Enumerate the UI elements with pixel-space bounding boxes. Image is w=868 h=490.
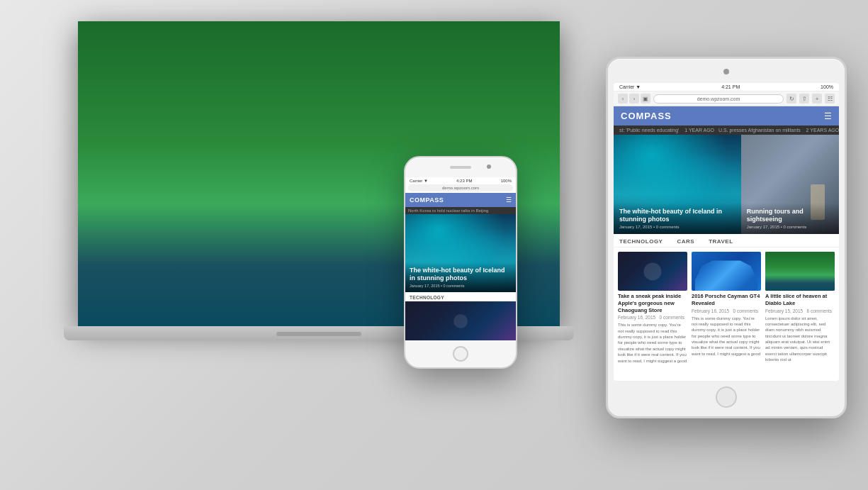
tablet-logo: COMPASS	[621, 111, 672, 121]
tablet-card-cars-meta: February 16, 2015 0 comments	[692, 308, 761, 313]
phone-nav: COMPASS ☰	[405, 193, 516, 207]
tablet-card-travel-comments: 6 comments	[807, 308, 832, 313]
browser-tabs[interactable]: ☷	[825, 94, 835, 104]
tablet-screen: Carrier ▼ 4:21 PM 100% ‹ › ▣ demo.wpzoom…	[614, 83, 839, 381]
tablet-nav: COMPASS ☰	[614, 106, 839, 126]
tablet-breaking-text: st: 'Public needs educating' 1 YEAR AGO …	[619, 128, 839, 133]
tablet-cards: Take a sneak peak inside Apple's gorgeou…	[614, 247, 839, 368]
phone-category: TECHNOLOGY	[405, 292, 516, 301]
tablet-card-travel-date: February 15, 2015	[765, 308, 803, 313]
tablet-hero-main-overlay: The white-hot beauty of Iceland in stunn…	[614, 203, 741, 235]
phone-url-bar[interactable]: demo.wpzoom.com	[408, 184, 513, 191]
tablet-browser-bar: ‹ › ▣ demo.wpzoom.com ↻ ⇧ + ☷	[614, 91, 839, 106]
tablet-hero-side-meta: January 17, 2015 • 0 comments	[747, 225, 833, 229]
tablet-mockup: Carrier ▼ 4:21 PM 100% ‹ › ▣ demo.wpzoom…	[606, 57, 847, 418]
phone-breaking: North Korea to hold nuclear talks in Bei…	[405, 207, 516, 214]
tablet-camera	[723, 69, 729, 74]
phone-home-button[interactable]	[453, 346, 468, 362]
tablet-card-tech-image	[618, 252, 687, 291]
phone-menu-icon[interactable]: ☰	[506, 196, 512, 204]
tablet-categories: TECHNOLOGY CARS TRAVEL	[614, 234, 839, 247]
tablet-card-travel: A little slice of heaven at Diablo Lake …	[765, 252, 835, 364]
phone-logo: COMPASS	[410, 196, 444, 204]
laptop-notch	[276, 332, 361, 336]
tablet-hero-main-meta: January 17, 2015 • 0 comments	[619, 225, 735, 229]
phone-hero-meta: January 17, 2015 • 0 comments	[410, 284, 512, 288]
tablet-card-cars-text: This is some dummy copy. You're not real…	[692, 316, 761, 357]
tablet-cat-cars: CARS	[677, 238, 694, 245]
phone-speaker	[450, 166, 471, 169]
browser-refresh[interactable]: ↻	[787, 94, 796, 104]
tablet-breaking: st: 'Public needs educating' 1 YEAR AGO …	[614, 126, 839, 135]
tablet-home-button[interactable]	[716, 386, 737, 408]
tablet-url[interactable]: demo.wpzoom.com	[653, 94, 784, 104]
phone-mockup: Carrier ▼ 4:23 PM 100% demo.wpzoom.com C…	[404, 156, 517, 369]
phone-screen: Carrier ▼ 4:23 PM 100% demo.wpzoom.com C…	[405, 177, 516, 340]
phone-url: demo.wpzoom.com	[442, 186, 479, 190]
tablet-body: Carrier ▼ 4:21 PM 100% ‹ › ▣ demo.wpzoom…	[606, 57, 847, 418]
tablet-card-tech-title: Take a sneak peak inside Apple's gorgeou…	[618, 293, 687, 313]
tablet-card-cars-image	[692, 252, 761, 291]
tablet-menu-icon[interactable]: ☰	[824, 111, 832, 121]
phone-breaking-text: North Korea to hold nuclear talks in Bei…	[408, 208, 488, 213]
tablet-card-tech-comments: 0 comments	[660, 315, 684, 320]
tablet-hero-main: The white-hot beauty of Iceland in stunn…	[614, 135, 741, 234]
tablet-hero: The white-hot beauty of Iceland in stunn…	[614, 135, 839, 234]
tablet-card-travel-image	[765, 252, 835, 291]
phone-status-bar: Carrier ▼ 4:23 PM 100%	[405, 177, 516, 184]
browser-forward[interactable]: ›	[629, 94, 639, 104]
tablet-carrier: Carrier ▼	[619, 84, 641, 89]
tablet-card-tech-text: This is some dummy copy. You're not real…	[618, 322, 687, 364]
tablet-card-travel-meta: February 15, 2015 6 comments	[765, 308, 835, 313]
tablet-card-tech-date: February 16, 2015	[618, 315, 655, 320]
phone-hero-overlay: The white-hot beauty of Iceland in stunn…	[405, 262, 516, 292]
browser-add[interactable]: +	[812, 94, 822, 104]
tablet-hero-side-title: Running tours and sightseeing	[747, 208, 833, 224]
tablet-card-travel-text: Lorem ipsum dolor sit amet, consectetuer…	[765, 316, 835, 363]
tablet-time: 4:21 PM	[721, 84, 740, 89]
tablet-card-cars-title: 2016 Porsche Cayman GT4 Revealed	[692, 293, 761, 307]
phone-body: Carrier ▼ 4:23 PM 100% demo.wpzoom.com C…	[404, 156, 517, 369]
tablet-hero-main-title: The white-hot beauty of Iceland in stunn…	[619, 208, 735, 224]
phone-carrier: Carrier ▼	[410, 179, 428, 183]
phone-time: 4:23 PM	[456, 179, 472, 183]
tablet-battery: 100%	[821, 84, 833, 89]
browser-back[interactable]: ‹	[618, 94, 628, 104]
tablet-browser-nav: ‹ › ▣	[618, 94, 650, 104]
tablet-card-cars-comments: 0 comments	[733, 308, 758, 313]
tablet-card-travel-title: A little slice of heaven at Diablo Lake	[765, 293, 835, 307]
browser-share[interactable]: ⇧	[799, 94, 809, 104]
tablet-card-tech-meta: February 16, 2015 0 comments	[618, 315, 687, 320]
tablet-cat-travel: TRAVEL	[709, 238, 733, 245]
phone-hero-title: The white-hot beauty of Iceland in stunn…	[410, 267, 512, 282]
phone-camera	[487, 165, 491, 169]
tablet-card-tech: Take a sneak peak inside Apple's gorgeou…	[618, 252, 687, 364]
phone-battery: 100%	[501, 179, 512, 183]
tablet-hero-side: Running tours and sightseeing January 17…	[741, 135, 839, 234]
tablet-cat-technology: TECHNOLOGY	[619, 238, 663, 245]
phone-hero: The white-hot beauty of Iceland in stunn…	[405, 214, 516, 292]
tablet-card-cars-date: February 16, 2015	[692, 308, 729, 313]
phone-card-image	[405, 301, 516, 340]
tablet-hero-side-overlay: Running tours and sightseeing January 17…	[741, 203, 839, 235]
browser-bookmarks[interactable]: ▣	[641, 94, 650, 104]
tablet-card-cars: 2016 Porsche Cayman GT4 Revealed Februar…	[692, 252, 761, 364]
tablet-status-bar: Carrier ▼ 4:21 PM 100%	[614, 83, 839, 91]
